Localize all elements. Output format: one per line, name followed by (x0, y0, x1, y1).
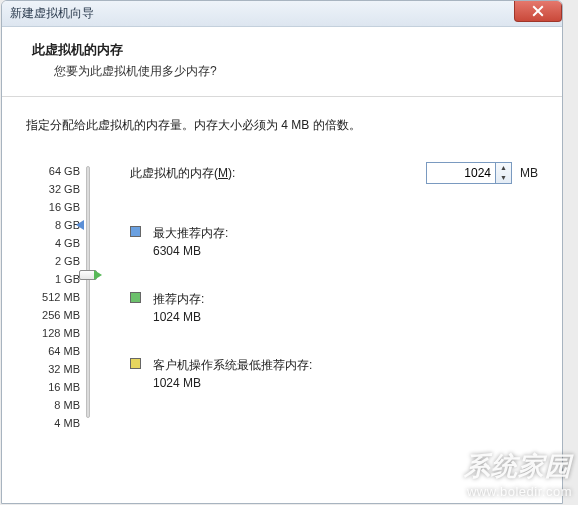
min-label: 客户机操作系统最低推荐内存: (153, 356, 312, 374)
min-legend-icon (130, 358, 141, 369)
wizard-header: 此虚拟机的内存 您要为此虚拟机使用多少内存? (2, 27, 562, 97)
spin-down-button[interactable]: ▼ (496, 173, 511, 183)
memory-input-row: 此虚拟机的内存(M): ▲ ▼ MB (130, 162, 538, 184)
rec-marker-icon (94, 270, 102, 280)
min-value: 1024 MB (153, 374, 312, 392)
close-button[interactable] (514, 0, 562, 22)
slider-track[interactable] (86, 166, 90, 418)
max-marker-icon (76, 220, 84, 230)
rec-value: 1024 MB (153, 308, 204, 326)
max-legend-icon (130, 226, 141, 237)
memory-unit: MB (520, 166, 538, 180)
min-recommended-row: 客户机操作系统最低推荐内存: 1024 MB (130, 356, 538, 392)
instruction-text: 指定分配给此虚拟机的内存量。内存大小必须为 4 MB 的倍数。 (26, 117, 538, 134)
memory-slider[interactable]: 64 GB 32 GB 16 GB 8 GB 4 GB 2 GB 1 GB 51… (26, 162, 98, 422)
close-icon (532, 5, 544, 17)
max-value: 6304 MB (153, 242, 228, 260)
max-label: 最大推荐内存: (153, 224, 228, 242)
spin-up-button[interactable]: ▲ (496, 163, 511, 173)
window-title: 新建虚拟机向导 (10, 5, 94, 22)
content-area: 指定分配给此虚拟机的内存量。内存大小必须为 4 MB 的倍数。 64 GB 32… (2, 97, 562, 442)
rec-label: 推荐内存: (153, 290, 204, 308)
page-subtitle: 您要为此虚拟机使用多少内存? (54, 63, 532, 80)
page-title: 此虚拟机的内存 (32, 41, 532, 59)
memory-input-label: 此虚拟机的内存(M): (130, 165, 235, 182)
titlebar: 新建虚拟机向导 (2, 1, 562, 27)
slider-tick-labels: 64 GB 32 GB 16 GB 8 GB 4 GB 2 GB 1 GB 51… (42, 162, 80, 432)
memory-input[interactable] (426, 162, 496, 184)
wizard-window: 新建虚拟机向导 此虚拟机的内存 您要为此虚拟机使用多少内存? 指定分配给此虚拟机… (1, 0, 563, 504)
max-recommended-row: 最大推荐内存: 6304 MB (130, 224, 538, 260)
memory-spinner: ▲ ▼ MB (426, 162, 538, 184)
detail-column: 此虚拟机的内存(M): ▲ ▼ MB 最大推荐内存: (98, 162, 538, 422)
recommended-row: 推荐内存: 1024 MB (130, 290, 538, 326)
rec-legend-icon (130, 292, 141, 303)
spinner-buttons: ▲ ▼ (496, 162, 512, 184)
